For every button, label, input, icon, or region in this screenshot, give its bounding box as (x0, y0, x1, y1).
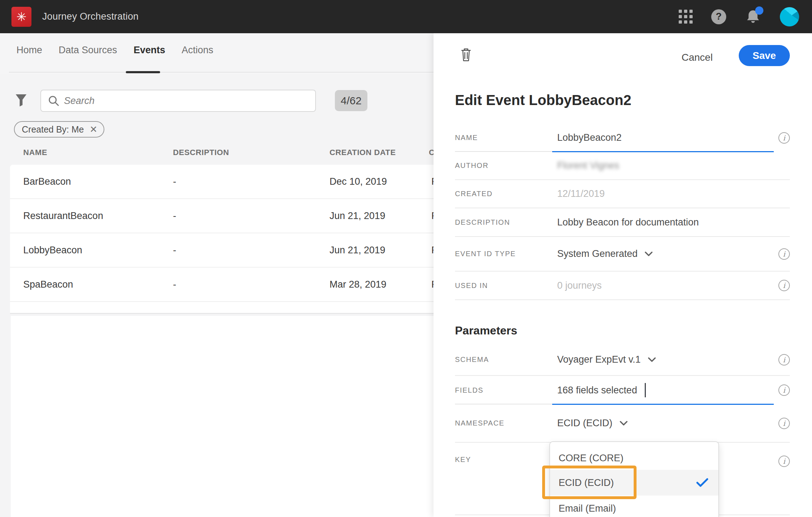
description-input[interactable]: Lobby Beacon for documentation (557, 217, 699, 228)
field-label: AUTHOR (455, 161, 557, 170)
cell-creation-date: Jun 21, 2019 (330, 199, 385, 233)
chip-close-icon[interactable]: ✕ (90, 124, 98, 135)
chevron-down-icon (645, 252, 653, 257)
info-icon[interactable]: i (778, 354, 790, 366)
fields-input[interactable]: 168 fields selected (557, 383, 646, 397)
info-icon[interactable]: i (778, 248, 790, 260)
namespace-value: ECID (ECID) (557, 418, 613, 429)
info-icon[interactable]: i (778, 418, 790, 429)
filter-chip-created-by-me[interactable]: Created By: Me ✕ (14, 121, 104, 138)
author-value-blurred: Florent Vignes (557, 160, 619, 171)
empty-content-card (11, 316, 434, 517)
dropdown-option-email[interactable]: Email (Email) (550, 496, 718, 517)
text-cursor (645, 383, 646, 397)
used-in-value: 0 journeys (557, 280, 602, 291)
tab-actions[interactable]: Actions (182, 45, 213, 56)
delete-trash-icon[interactable] (460, 48, 472, 63)
field-label: NAME (455, 134, 557, 142)
field-row-description: DESCRIPTION Lobby Beacon for documentati… (455, 208, 790, 237)
field-label: CREATED (455, 190, 557, 198)
info-icon[interactable]: i (778, 456, 790, 467)
cell-description: - (173, 199, 176, 233)
table-row[interactable]: LobbyBeacon - Jun 21, 2019 F (10, 233, 434, 268)
dropdown-option-ecid[interactable]: ECID (ECID) (550, 470, 718, 496)
tab-data-sources[interactable]: Data Sources (59, 45, 117, 56)
cancel-button[interactable]: Cancel (682, 47, 713, 68)
filter-chip-label: Created By: Me (22, 124, 84, 135)
column-header-name[interactable]: NAME (23, 148, 47, 157)
cell-description: - (173, 268, 176, 301)
topbar-actions: ? (679, 7, 799, 26)
result-count-badge: 4/62 (335, 90, 367, 111)
avatar[interactable] (780, 7, 799, 26)
event-id-type-value: System Generated (557, 248, 638, 259)
info-icon[interactable]: i (778, 384, 790, 396)
field-label: EVENT ID TYPE (455, 250, 557, 258)
table-row[interactable]: RestaurantBeacon - Jun 21, 2019 F (10, 199, 434, 233)
created-value: 12/11/2019 (557, 188, 605, 199)
search-input[interactable] (64, 95, 315, 106)
field-label: USED IN (455, 282, 557, 290)
info-icon[interactable]: i (778, 280, 790, 291)
cell-name: LobbyBeacon (23, 233, 82, 267)
field-row-schema: SCHEMA Voyager ExpEvt v.1 i (455, 344, 790, 376)
field-row-created: CREATED 12/11/2019 (455, 180, 790, 208)
field-label: SCHEMA (455, 356, 557, 364)
cell-description: - (173, 233, 176, 267)
field-row-namespace: NAMESPACE ECID (ECID) i (455, 404, 790, 443)
dropdown-option-core[interactable]: CORE (CORE) (550, 446, 718, 470)
cell-name: SpaBeacon (23, 268, 73, 301)
adobe-experience-logo-icon[interactable]: ✳ (11, 7, 31, 27)
active-tab-underline (126, 71, 160, 73)
help-icon[interactable]: ? (711, 9, 726, 24)
cell-creation-date: Dec 10, 2019 (330, 165, 387, 198)
field-row-event-id-type: EVENT ID TYPE System Generated i (455, 237, 790, 272)
search-box (40, 90, 316, 112)
search-icon (48, 95, 59, 106)
notifications-bell-icon[interactable] (745, 9, 761, 25)
dropdown-option-label: ECID (ECID) (559, 477, 614, 488)
cell-description: - (173, 165, 176, 198)
schema-dropdown[interactable]: Voyager ExpEvt v.1 (557, 354, 656, 365)
field-label: NAMESPACE (455, 419, 557, 427)
table-row[interactable]: BarBeacon - Dec 10, 2019 F (10, 165, 434, 199)
cell-name: RestaurantBeacon (23, 199, 103, 233)
column-header-description[interactable]: DESCRIPTION (173, 148, 229, 157)
tab-home[interactable]: Home (16, 45, 42, 56)
column-header-creation-date[interactable]: CREATION DATE (330, 148, 396, 157)
field-row-fields: FIELDS 168 fields selected i (455, 376, 790, 404)
cell-creation-date: Mar 28, 2019 (330, 268, 386, 301)
event-id-type-dropdown[interactable]: System Generated (557, 248, 653, 259)
table-row[interactable]: SpaBeacon - Mar 28, 2019 F (10, 268, 434, 302)
table-header: NAME DESCRIPTION CREATION DATE C (0, 148, 434, 161)
chevron-down-icon (648, 357, 656, 362)
parameters-section-title: Parameters (455, 322, 790, 339)
tab-events[interactable]: Events (134, 45, 165, 56)
top-bar: ✳ Journey Orchestration ? (0, 0, 812, 33)
chevron-down-icon (620, 421, 628, 426)
field-row-used-in: USED IN 0 journeys i (455, 272, 790, 300)
field-row-name: NAME LobbyBeacon2 i (455, 124, 790, 152)
field-row-author: AUTHOR Florent Vignes (455, 152, 790, 180)
tabs-bar: Home Data Sources Events Actions (0, 33, 434, 74)
fields-value: 168 fields selected (557, 385, 637, 396)
name-input[interactable]: LobbyBeacon2 (557, 132, 622, 143)
namespace-options-popup: CORE (CORE) ECID (ECID) Email (Email) (549, 441, 719, 517)
checkmark-icon (696, 478, 708, 487)
filter-icon[interactable] (15, 94, 27, 109)
cell-creation-date: Jun 21, 2019 (330, 233, 385, 267)
app-title: Journey Orchestration (42, 11, 139, 22)
app-switcher-icon[interactable] (679, 10, 693, 24)
schema-value: Voyager ExpEvt v.1 (557, 354, 641, 365)
save-button[interactable]: Save (739, 45, 790, 66)
events-table: BarBeacon - Dec 10, 2019 F RestaurantBea… (10, 165, 434, 314)
field-label: DESCRIPTION (455, 218, 557, 227)
page-title: Edit Event LobbyBeacon2 (455, 92, 631, 108)
field-label: FIELDS (455, 386, 557, 394)
field-label: KEY (455, 456, 557, 464)
tab-track-line (9, 72, 434, 73)
namespace-dropdown[interactable]: ECID (ECID) (557, 418, 628, 429)
cell-name: BarBeacon (23, 165, 71, 198)
notification-badge (755, 6, 763, 15)
info-icon[interactable]: i (778, 132, 790, 144)
